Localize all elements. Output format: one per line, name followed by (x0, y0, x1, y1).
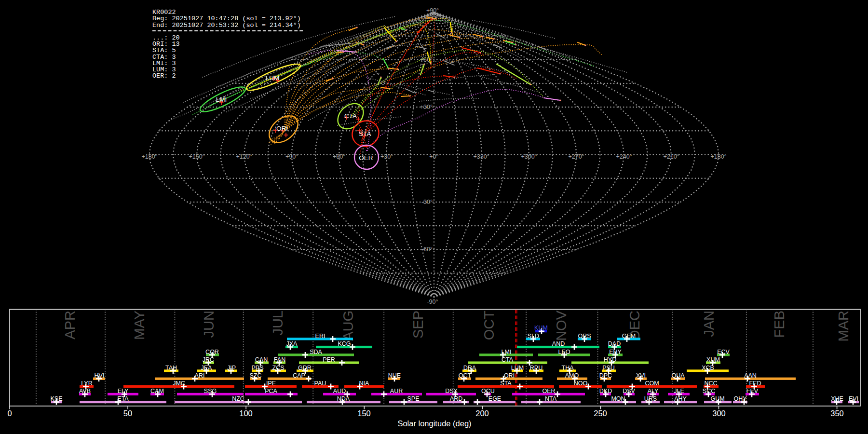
svg-text:SDA: SDA (310, 349, 322, 355)
svg-text:STA: STA (359, 130, 371, 137)
svg-text:+210°: +210° (663, 153, 679, 160)
svg-text:+180°: +180° (710, 153, 726, 160)
svg-text:DSX: DSX (445, 388, 458, 394)
svg-text:JUN: JUN (201, 311, 217, 338)
svg-text:FEB: FEB (772, 311, 787, 338)
svg-text:JEA: JEA (201, 365, 213, 371)
svg-text:NOO: NOO (574, 380, 588, 387)
svg-text:200: 200 (475, 409, 489, 418)
svg-text:EHY: EHY (609, 349, 622, 355)
svg-text:+60°: +60° (333, 153, 345, 160)
svg-text:250: 250 (594, 409, 607, 418)
svg-text:NUE: NUE (388, 372, 401, 379)
svg-text:NDA: NDA (337, 395, 350, 402)
svg-text:AMO: AMO (565, 372, 579, 379)
svg-text:AUD: AUD (333, 388, 346, 394)
svg-text:AHY: AHY (674, 395, 687, 402)
svg-text:GEM: GEM (622, 333, 636, 339)
svg-text:LMI: LMI (502, 349, 512, 355)
svg-text:AUR: AUR (390, 388, 403, 394)
svg-text:End: 20251027 20:53:32 (sol =: End: 20251027 20:53:32 (sol = 214.34°) (152, 22, 301, 29)
svg-text:ORS: ORS (578, 333, 591, 339)
svg-text:PAU: PAU (314, 380, 326, 387)
svg-text:300: 300 (712, 409, 726, 418)
svg-text:+150°: +150° (189, 153, 204, 160)
svg-text:FAN: FAN (274, 356, 285, 363)
svg-text:KCG: KCG (338, 340, 351, 347)
svg-text:JIP: JIP (227, 365, 236, 371)
svg-text:AVB: AVB (79, 388, 91, 394)
svg-text:PPS: PPS (251, 365, 263, 371)
svg-text:THA: THA (562, 365, 574, 371)
svg-text:+300°: +300° (521, 153, 537, 160)
svg-text:OER: OER (542, 388, 555, 394)
svg-text:MAY: MAY (132, 311, 147, 340)
svg-text:ETA: ETA (117, 395, 129, 402)
svg-text:MON: MON (611, 395, 625, 402)
svg-text:SSG: SSG (204, 388, 217, 394)
svg-text:TAH: TAH (165, 365, 177, 371)
svg-text:NOV: NOV (554, 310, 569, 341)
svg-text:XUM: XUM (706, 356, 720, 363)
svg-text:ALY: ALY (648, 388, 659, 394)
svg-text:GUM: GUM (710, 395, 724, 402)
svg-text:OCT: OCT (459, 372, 472, 379)
svg-text:DSV: DSV (623, 388, 635, 394)
svg-text:LUM: LUM (266, 74, 280, 81)
svg-text:KSE: KSE (50, 395, 62, 402)
svg-text:EVI: EVI (849, 395, 858, 402)
svg-text:FEV: FEV (746, 388, 759, 394)
svg-text:COR: COR (205, 349, 219, 355)
svg-text:XHE: XHE (831, 395, 843, 402)
svg-text:RPU: RPU (530, 365, 542, 371)
svg-text:+240°: +240° (616, 153, 632, 160)
svg-text:HVI: HVI (95, 372, 105, 379)
svg-text:-30°: -30° (421, 199, 433, 205)
svg-text:150: 150 (357, 409, 371, 418)
svg-text:NIA: NIA (359, 380, 370, 387)
svg-text:100: 100 (239, 409, 253, 418)
svg-text:XCB: XCB (702, 365, 714, 371)
svg-text:ORI: ORI (504, 372, 515, 379)
svg-text:JUL: JUL (270, 311, 285, 336)
svg-text:SZC: SZC (250, 372, 262, 379)
svg-text:CAM: CAM (150, 388, 164, 394)
svg-text:OER: OER (359, 154, 373, 162)
svg-text:FED: FED (749, 380, 761, 387)
svg-text:0: 0 (7, 409, 12, 418)
svg-text:OCU: OCU (481, 388, 495, 394)
svg-text:AUG: AUG (340, 311, 356, 341)
svg-text:APR: APR (62, 311, 78, 339)
svg-text:ARI: ARI (195, 372, 205, 379)
svg-text:COM: COM (645, 380, 659, 387)
svg-text:OCT: OCT (481, 311, 497, 340)
svg-text:+90°: +90° (426, 7, 439, 14)
svg-text:+30°: +30° (380, 153, 393, 160)
svg-text:JRC: JRC (203, 356, 214, 363)
svg-text:CAP: CAP (293, 372, 305, 379)
svg-text:-60°: -60° (421, 246, 433, 253)
svg-text:SLD: SLD (528, 333, 539, 339)
svg-text:350: 350 (830, 409, 844, 418)
svg-text:NCC: NCC (704, 380, 717, 387)
svg-text:CAN: CAN (255, 356, 268, 363)
svg-text:MAR: MAR (836, 311, 851, 341)
svg-text:DKD: DKD (599, 388, 612, 394)
svg-text:ERI: ERI (315, 333, 326, 339)
svg-text:KUM: KUM (534, 325, 548, 331)
svg-text:+180°: +180° (141, 153, 157, 160)
svg-text:NTA: NTA (545, 395, 557, 402)
svg-text:OER: 2: OER: 2 (152, 72, 176, 80)
svg-text:PSU: PSU (602, 365, 615, 371)
svg-text:SCC: SCC (703, 388, 715, 394)
svg-text:URS: URS (644, 395, 657, 402)
svg-text:AND: AND (552, 340, 565, 347)
svg-text:LMI: LMI (216, 96, 227, 103)
svg-text:XVI: XVI (636, 372, 646, 379)
svg-text:SEP: SEP (410, 311, 426, 339)
svg-text:EGE: EGE (488, 395, 501, 402)
svg-text:JAN: JAN (701, 311, 717, 337)
svg-text:ORI: ORI (276, 125, 288, 132)
svg-text:+330°: +330° (473, 153, 489, 160)
svg-text:QUA: QUA (671, 372, 685, 379)
